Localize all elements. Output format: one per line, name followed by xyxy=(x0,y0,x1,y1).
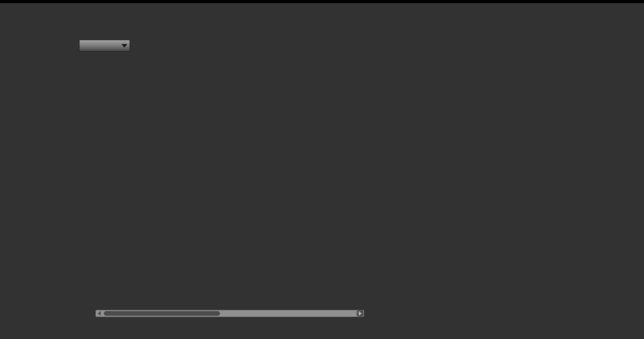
scrollbar-thumb[interactable] xyxy=(104,311,220,316)
chevron-down-icon xyxy=(121,44,127,47)
scroll-right-button[interactable] xyxy=(357,310,363,317)
scroll-left-button[interactable] xyxy=(96,310,102,317)
scroll-right-icon xyxy=(359,311,362,316)
grayscale-tracking-page xyxy=(0,0,644,339)
de-formula-dropdown[interactable] xyxy=(79,40,130,52)
scroll-left-icon xyxy=(98,311,101,316)
window-top-strip xyxy=(0,0,644,3)
measurement-table xyxy=(95,243,364,317)
horizontal-scrollbar[interactable] xyxy=(96,310,364,317)
